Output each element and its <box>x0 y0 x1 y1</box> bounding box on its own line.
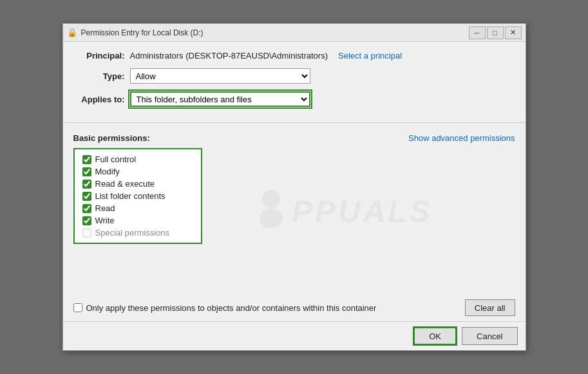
only-apply-label: Only apply these permissions to objects … <box>86 303 377 313</box>
principal-value: Administrators (DESKTOP-87EAUSD\Administ… <box>130 51 328 61</box>
perm-read-label: Read <box>95 203 115 213</box>
applies-to-select[interactable]: This folder, subfolders and files This f… <box>130 91 310 107</box>
permissions-box: Full control Modify Read & execute List … <box>73 148 202 244</box>
perm-list-folder-checkbox[interactable] <box>82 192 91 201</box>
perm-special-checkbox <box>82 229 91 238</box>
minimize-button[interactable]: ─ <box>469 26 486 39</box>
watermark-svg: PPUALS <box>253 185 459 236</box>
applies-to-row: Applies to: This folder, subfolders and … <box>73 91 515 107</box>
perm-list-folder-label: List folder contents <box>95 191 166 201</box>
title-bar-left: 🔒 Permission Entry for Local Disk (D:) <box>67 28 204 38</box>
section-header-row: Basic permissions: Show advanced permiss… <box>73 133 515 143</box>
principal-label: Principal: <box>73 51 125 61</box>
perm-write: Write <box>82 216 193 225</box>
select-principal-link[interactable]: Select a principal <box>338 51 402 61</box>
window-title: Permission Entry for Local Disk (D:) <box>81 28 204 37</box>
type-row: Type: Allow Deny <box>73 68 515 84</box>
perm-modify: Modify <box>82 167 193 176</box>
close-button[interactable]: ✕ <box>505 26 522 39</box>
permission-entry-window: 🔒 Permission Entry for Local Disk (D:) ─… <box>62 23 526 351</box>
cancel-button[interactable]: Cancel <box>462 327 517 345</box>
perm-write-checkbox[interactable] <box>82 216 91 225</box>
ok-button[interactable]: OK <box>413 327 457 345</box>
basic-permissions-label: Basic permissions: <box>73 133 150 143</box>
perm-write-label: Write <box>95 216 115 225</box>
watermark: PPUALS <box>253 185 459 236</box>
perm-read-execute-label: Read & execute <box>95 179 155 189</box>
perm-read-execute-checkbox[interactable] <box>82 180 91 189</box>
maximize-button[interactable]: □ <box>487 26 504 39</box>
perm-full-control: Full control <box>82 154 193 164</box>
type-label: Type: <box>73 71 125 81</box>
top-fields-section: Principal: Administrators (DESKTOP-87EAU… <box>63 42 526 118</box>
section-divider <box>63 122 526 123</box>
perm-full-control-checkbox[interactable] <box>82 155 91 164</box>
only-apply-row: Only apply these permissions to objects … <box>73 303 377 313</box>
bottom-section: Only apply these permissions to objects … <box>63 294 526 321</box>
type-select[interactable]: Allow Deny <box>130 68 310 84</box>
show-advanced-link[interactable]: Show advanced permissions <box>408 133 515 143</box>
perm-read-checkbox[interactable] <box>82 204 91 213</box>
perm-full-control-label: Full control <box>95 154 137 164</box>
title-bar-buttons: ─ □ ✕ <box>469 26 522 39</box>
perm-read: Read <box>82 203 193 213</box>
perm-read-execute: Read & execute <box>82 179 193 189</box>
perm-special: Special permissions <box>82 228 193 238</box>
perm-modify-label: Modify <box>95 167 120 176</box>
only-apply-checkbox[interactable] <box>73 303 82 312</box>
perm-special-label: Special permissions <box>95 228 170 238</box>
perm-modify-checkbox[interactable] <box>82 167 91 176</box>
svg-point-1 <box>260 208 283 229</box>
title-bar: 🔒 Permission Entry for Local Disk (D:) ─… <box>63 24 526 42</box>
perm-list-folder: List folder contents <box>82 191 193 201</box>
main-section: Basic permissions: Show advanced permiss… <box>63 127 526 294</box>
applies-to-label: Applies to: <box>73 95 125 104</box>
svg-point-0 <box>262 190 280 208</box>
clear-all-button[interactable]: Clear all <box>465 299 515 316</box>
principal-row: Principal: Administrators (DESKTOP-87EAU… <box>73 51 515 61</box>
footer: OK Cancel <box>63 321 526 350</box>
window-icon: 🔒 <box>67 28 77 38</box>
svg-text:PPUALS: PPUALS <box>292 194 433 229</box>
